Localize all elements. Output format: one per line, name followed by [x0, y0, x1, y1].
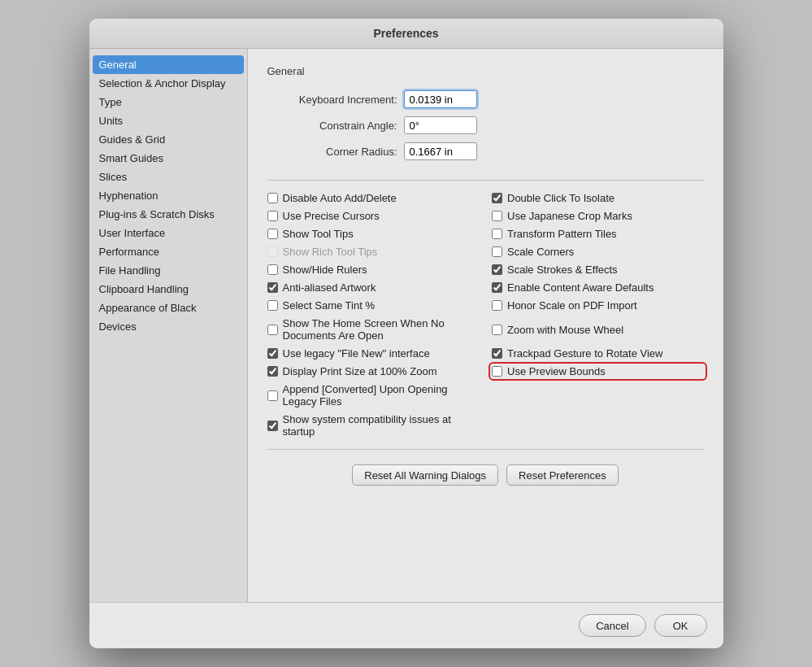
checkbox-input-left-5[interactable]	[267, 282, 278, 293]
checkbox-right-5[interactable]: Enable Content Aware Defaults	[492, 281, 704, 294]
sidebar-item-units[interactable]: Units	[89, 111, 247, 130]
checkbox-left-5[interactable]: Anti-aliased Artwork	[267, 281, 480, 294]
checkbox-left-9[interactable]: Display Print Size at 100% Zoom	[267, 365, 480, 377]
checkbox-input-left-6[interactable]	[267, 300, 278, 311]
checkbox-input-left-0[interactable]	[267, 193, 278, 203]
sidebar-item-selection---anchor-display[interactable]: Selection & Anchor Display	[89, 74, 247, 93]
checkbox-label-left-1: Use Precise Cursors	[283, 210, 380, 222]
keyboard-increment-input[interactable]	[404, 90, 477, 108]
checkbox-label-left-10: Append [Converted] Upon Opening Legacy F…	[283, 383, 480, 408]
checkbox-right-1[interactable]: Use Japanese Crop Marks	[492, 210, 704, 222]
checkbox-right-9[interactable]: Use Preview Bounds	[492, 365, 704, 377]
checkbox-input-left-8[interactable]	[267, 348, 278, 359]
divider-1	[267, 180, 704, 181]
checkbox-input-left-2[interactable]	[267, 229, 278, 239]
checkbox-input-right-2[interactable]	[492, 229, 502, 239]
checkbox-left-10[interactable]: Append [Converted] Upon Opening Legacy F…	[267, 383, 480, 408]
checkbox-left-2[interactable]: Show Tool Tips	[267, 228, 480, 240]
sidebar-item-user-interface[interactable]: User Interface	[89, 224, 247, 242]
checkbox-left-3[interactable]: Show Rich Tool Tips	[267, 246, 480, 258]
reset-buttons-row: Reset All Warning Dialogs Reset Preferen…	[267, 464, 704, 486]
checkbox-input-left-11[interactable]	[267, 421, 278, 431]
checkbox-label-right-4: Scale Strokes & Effects	[507, 264, 618, 276]
reset-preferences-button[interactable]: Reset Preferences	[506, 464, 619, 486]
checkbox-right-2[interactable]: Transform Pattern Tiles	[492, 228, 704, 240]
sidebar-item-file-handling[interactable]: File Handling	[89, 261, 247, 280]
checkbox-input-right-9[interactable]	[492, 366, 502, 377]
checkbox-input-left-10[interactable]	[267, 390, 278, 401]
sidebar-item-hyphenation[interactable]: Hyphenation	[89, 186, 247, 205]
checkbox-label-right-3: Scale Corners	[507, 246, 574, 258]
checkbox-label-right-0: Double Click To Isolate	[507, 192, 614, 204]
checkbox-label-left-2: Show Tool Tips	[283, 228, 354, 240]
checkbox-left-6[interactable]: Select Same Tint %	[267, 299, 480, 312]
checkbox-right-4[interactable]: Scale Strokes & Effects	[492, 264, 704, 276]
checkbox-label-right-5: Enable Content Aware Defaults	[507, 281, 654, 294]
keyboard-increment-row: Keyboard Increment:	[267, 90, 704, 108]
checkbox-input-right-0[interactable]	[492, 193, 502, 203]
sidebar-item-performance[interactable]: Performance	[89, 242, 247, 261]
sidebar: GeneralSelection & Anchor DisplayTypeUni…	[89, 49, 248, 602]
ok-button[interactable]: OK	[654, 614, 707, 637]
checkbox-label-left-6: Select Same Tint %	[283, 299, 375, 312]
reset-warning-dialogs-button[interactable]: Reset All Warning Dialogs	[352, 464, 498, 486]
checkbox-label-left-11: Show system compatibility issues at star…	[283, 413, 480, 438]
sidebar-item-type[interactable]: Type	[89, 93, 247, 111]
checkbox-label-left-7: Show The Home Screen When No Documents A…	[283, 317, 480, 342]
checkbox-input-left-7[interactable]	[267, 325, 278, 335]
corner-radius-row: Corner Radius:	[267, 142, 704, 160]
checkbox-right-0[interactable]: Double Click To Isolate	[492, 192, 704, 204]
preferences-dialog: Preferences GeneralSelection & Anchor Di…	[89, 19, 723, 648]
checkbox-left-1[interactable]: Use Precise Cursors	[267, 210, 480, 222]
sidebar-item-slices[interactable]: Slices	[89, 168, 247, 186]
checkbox-label-right-9: Use Preview Bounds	[507, 365, 606, 377]
checkbox-input-right-5[interactable]	[492, 282, 502, 293]
checkbox-label-left-5: Anti-aliased Artwork	[283, 281, 376, 294]
dialog-title: Preferences	[373, 27, 438, 40]
checkbox-right-7[interactable]: Zoom with Mouse Wheel	[492, 317, 704, 342]
sidebar-item-general[interactable]: General	[93, 55, 244, 74]
checkbox-left-11[interactable]: Show system compatibility issues at star…	[267, 413, 480, 438]
constrain-angle-input[interactable]	[404, 116, 477, 134]
checkbox-label-left-9: Display Print Size at 100% Zoom	[283, 365, 437, 377]
dialog-titlebar: Preferences	[89, 19, 723, 49]
checkbox-right-8[interactable]: Trackpad Gesture to Rotate View	[492, 347, 704, 360]
checkbox-label-left-8: Use legacy "File New" interface	[283, 347, 430, 360]
checkbox-label-right-7: Zoom with Mouse Wheel	[507, 324, 623, 336]
checkbox-input-right-6[interactable]	[492, 300, 502, 311]
checkbox-right-6[interactable]: Honor Scale on PDF Import	[492, 299, 704, 312]
checkbox-left-4[interactable]: Show/Hide Rulers	[267, 264, 480, 276]
checkbox-left-0[interactable]: Disable Auto Add/Delete	[267, 192, 480, 204]
checkbox-label-left-4: Show/Hide Rulers	[283, 264, 367, 276]
checkbox-input-left-9[interactable]	[267, 366, 278, 377]
dialog-body: GeneralSelection & Anchor DisplayTypeUni…	[89, 49, 723, 602]
checkbox-label-left-3: Show Rich Tool Tips	[283, 246, 378, 258]
sidebar-item-appearance-of-black[interactable]: Appearance of Black	[89, 299, 247, 317]
checkbox-input-right-8[interactable]	[492, 348, 502, 359]
checkbox-input-right-7[interactable]	[492, 325, 502, 335]
empty-right-10	[492, 383, 704, 408]
checkbox-label-right-8: Trackpad Gesture to Rotate View	[507, 347, 662, 360]
checkbox-input-left-4[interactable]	[267, 264, 278, 275]
main-content: General Keyboard Increment: Constrain An…	[248, 49, 723, 602]
checkbox-label-right-2: Transform Pattern Tiles	[507, 228, 617, 240]
checkbox-left-7[interactable]: Show The Home Screen When No Documents A…	[267, 317, 480, 342]
sidebar-item-devices[interactable]: Devices	[89, 317, 247, 336]
checkbox-input-right-3[interactable]	[492, 246, 502, 257]
checkbox-left-8[interactable]: Use legacy "File New" interface	[267, 347, 480, 360]
checkbox-input-right-4[interactable]	[492, 264, 502, 275]
checkbox-right-3[interactable]: Scale Corners	[492, 246, 704, 258]
checkbox-input-left-1[interactable]	[267, 211, 278, 221]
sidebar-item-clipboard-handling[interactable]: Clipboard Handling	[89, 280, 247, 299]
sidebar-item-plug-ins---scratch-disks[interactable]: Plug-ins & Scratch Disks	[89, 205, 247, 224]
checkbox-input-right-1[interactable]	[492, 211, 502, 221]
empty-right-11	[492, 413, 704, 438]
sidebar-item-guides---grid[interactable]: Guides & Grid	[89, 130, 247, 149]
checkbox-input-left-3[interactable]	[267, 246, 278, 257]
constrain-angle-label: Constrain Angle:	[267, 120, 397, 132]
section-title: General	[267, 65, 704, 77]
cancel-button[interactable]: Cancel	[579, 614, 645, 637]
keyboard-increment-label: Keyboard Increment:	[267, 94, 397, 106]
sidebar-item-smart-guides[interactable]: Smart Guides	[89, 149, 247, 168]
corner-radius-input[interactable]	[404, 142, 477, 160]
